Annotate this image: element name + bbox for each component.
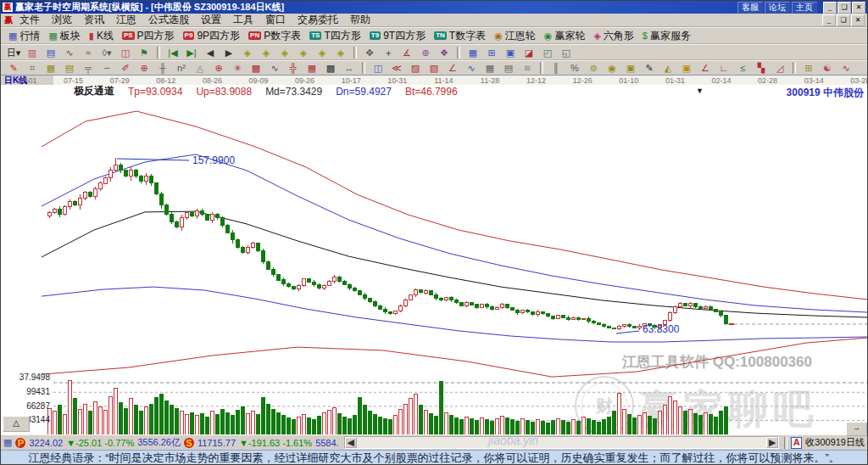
shaded-box-button[interactable]: ▩ <box>248 60 264 76</box>
angle-pen-button[interactable]: ✐ <box>117 60 134 76</box>
toolbar-p-table-button[interactable]: PNP数字表 <box>244 28 305 44</box>
zoom-out-button[interactable]: ◈ <box>239 45 256 60</box>
hatch-box-button[interactable]: ▨ <box>407 60 424 76</box>
hatch-box2-button[interactable]: ▧ <box>426 60 442 76</box>
zigzag-button[interactable]: ∿ <box>463 60 480 76</box>
close-button[interactable]: ✕ <box>851 14 865 26</box>
steps-button[interactable]: ▚ <box>753 60 770 76</box>
menu-item-8[interactable]: 交易委托 <box>292 14 344 26</box>
slope-button[interactable]: ◿ <box>771 60 788 76</box>
horizontal-scrollbar[interactable]: ◀ ▶ <box>344 436 780 449</box>
time-division-button[interactable]: ⌗ <box>24 60 41 76</box>
export-button[interactable]: ◰ <box>539 45 556 60</box>
toolbar-gann-wheel-button[interactable]: ◉江恩轮 <box>490 28 540 44</box>
yinyang-button[interactable]: ☯ <box>819 60 836 76</box>
gann-tool-button[interactable]: ⊛ <box>417 45 434 60</box>
kline-chart[interactable]: 财江恩工具软件 QQ:100800360赢家聊吧37.9498994316628… <box>1 76 868 434</box>
scrollbar-track[interactable] <box>357 437 767 448</box>
save-button[interactable]: ◪ <box>520 45 537 60</box>
menu-item-2[interactable]: 资讯 <box>78 14 110 26</box>
pan-hand-button[interactable]: ✥ <box>361 45 378 60</box>
parallel-lines-button[interactable]: ≋ <box>519 60 536 76</box>
zoom-in-button[interactable]: ◈ <box>258 45 275 60</box>
golden-circle-button[interactable]: ◉ <box>604 60 620 76</box>
skip-start-button[interactable]: |◀ <box>164 45 181 60</box>
menu-item-6[interactable]: 工具 <box>227 14 259 26</box>
toolbar-winner-service-button[interactable]: $赢家服务 <box>638 28 695 44</box>
import-button[interactable]: ◱ <box>558 45 575 60</box>
circle-cross-button[interactable]: ⊕ <box>136 60 153 76</box>
period-day-selector-button[interactable]: 日▾ <box>5 45 22 60</box>
gann-circle-button[interactable]: ⊕ <box>210 60 227 76</box>
calendar-button[interactable]: ▦ <box>465 45 481 60</box>
menu-item-3[interactable]: 江恩 <box>110 14 142 26</box>
skip-end-button[interactable]: ▶| <box>183 45 200 60</box>
grid-a-button[interactable]: ▦ <box>481 60 498 76</box>
full-range-button[interactable]: ◈ <box>332 45 349 60</box>
brush-button[interactable]: ✎ <box>641 60 658 76</box>
compress-h-button[interactable]: ◈ <box>295 45 312 60</box>
chart-scroll-right-button[interactable]: → <box>846 422 867 436</box>
toolbar-t-table-button[interactable]: TNT数字表 <box>430 28 490 44</box>
wave-button[interactable]: ∿ <box>837 60 854 76</box>
toolbar-kline-button[interactable]: ▮K线 <box>85 28 118 44</box>
minimize-button[interactable]: _ <box>822 14 836 26</box>
prev-bar-button[interactable]: ◀ <box>202 45 219 60</box>
rising-angle-button[interactable]: ∠ <box>697 60 714 76</box>
pattern-tool-button[interactable]: ❖ <box>436 45 453 60</box>
arrow-grid-button[interactable]: ╬ <box>285 60 302 76</box>
toolbar-9p-square-button[interactable]: P99P四方形 <box>179 28 244 44</box>
toolbar-t-square-button[interactable]: TST四方形 <box>305 28 365 44</box>
next-bar-button[interactable]: ▶ <box>220 45 237 60</box>
gann-box-gold-button[interactable]: ▦ <box>42 60 59 76</box>
minute-line-button[interactable]: ∿ <box>61 45 78 60</box>
grid-window-button[interactable]: ⊞ <box>800 60 817 76</box>
kline-style-button[interactable]: ◫ <box>117 45 134 60</box>
toolbar-hexagon-button[interactable]: ◈六角形 <box>589 28 637 44</box>
ray-fan-button[interactable]: ≪ <box>388 60 405 76</box>
restore-button[interactable]: ❏ <box>837 2 851 14</box>
toolbar-p-square-button[interactable]: PSP四方形 <box>118 28 179 44</box>
info-panel-button[interactable]: ▤ <box>42 45 59 60</box>
scrollbar-right-arrow-icon[interactable]: ▶ <box>766 437 778 448</box>
arrow-grid2-button[interactable]: ▦ <box>303 60 320 76</box>
ratio-bars-button[interactable]: ║ <box>548 60 565 76</box>
pyramid-button[interactable]: ◭ <box>659 60 676 76</box>
draw-pen-button[interactable]: ✎ <box>5 60 22 76</box>
black-grid-button[interactable]: ▩ <box>322 60 339 76</box>
marker-selector-button[interactable]: ◊▾ <box>98 45 115 60</box>
toolbar-quotes-button[interactable]: ▦行情 <box>4 28 44 44</box>
arc-line-button[interactable]: ∽ <box>98 60 115 76</box>
toolbar-sectors-button[interactable]: ▦板块 <box>44 28 84 44</box>
menu-item-1[interactable]: 浏览 <box>46 14 78 26</box>
quick-link-2[interactable]: 主页 <box>792 2 817 14</box>
expand-v-button[interactable]: ◈ <box>314 45 331 60</box>
crosshair-button[interactable]: ＋ <box>380 45 397 60</box>
grid-b-button[interactable]: ▤ <box>500 60 517 76</box>
gold-rect-button[interactable]: ▣ <box>678 60 695 76</box>
flag-tool-button[interactable]: ⚑ <box>136 45 153 60</box>
percent-zone-button[interactable]: % <box>566 60 583 76</box>
menu-item-0[interactable]: 文件 <box>14 14 46 26</box>
collapse-pane-button[interactable]: △ <box>3 416 30 432</box>
gann-box-gold2-button[interactable]: ▤ <box>61 60 78 76</box>
quick-link-1[interactable]: 论坛 <box>765 2 790 14</box>
quote-grid-icon[interactable]: ▦ <box>3 437 12 448</box>
port-rect-button[interactable]: ◫ <box>370 60 387 76</box>
trend-angle-button[interactable]: ∡ <box>398 45 415 60</box>
triangle-tool-button[interactable]: ◬ <box>192 60 209 76</box>
green-angle-button[interactable]: ≤ <box>734 60 751 76</box>
starburst-button[interactable]: ✳ <box>229 60 246 76</box>
square-n2-button[interactable]: n² <box>173 60 190 76</box>
quick-link-0[interactable]: 客服 <box>737 2 763 14</box>
minimize-button[interactable]: _ <box>823 2 837 14</box>
restore-button[interactable]: ❏ <box>837 14 850 26</box>
angle-line-button[interactable]: ∠ <box>444 60 461 76</box>
notepad-button[interactable]: ▣ <box>502 45 519 60</box>
toolbar-winner-wheel-button[interactable]: ◉赢家轮 <box>540 28 590 44</box>
menu-item-9[interactable]: 帮助 <box>344 14 376 26</box>
golden-box-button[interactable]: ▣ <box>622 60 639 76</box>
scrollbar-left-arrow-icon[interactable]: ◀ <box>345 437 357 448</box>
grid-dense-button[interactable]: ╫ <box>154 60 171 76</box>
multi-line-button[interactable]: ≈ <box>80 45 97 60</box>
